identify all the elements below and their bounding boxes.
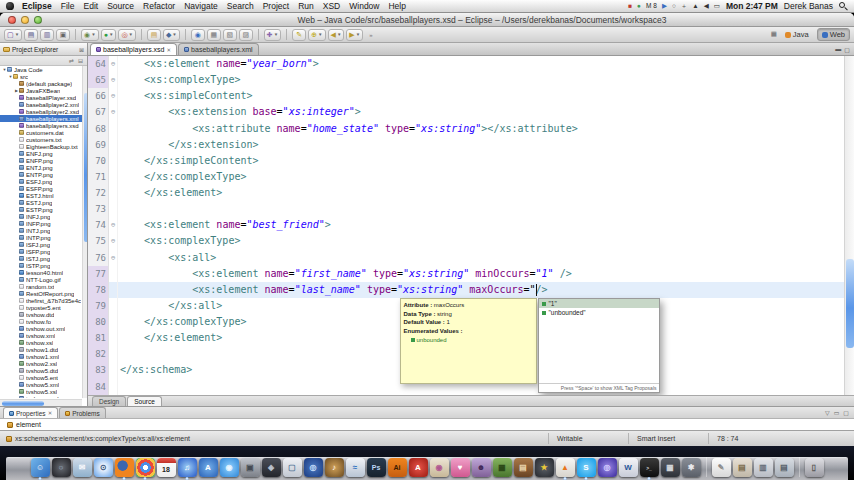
new-button[interactable]: ▢▼	[4, 29, 22, 41]
collapse-all-icon[interactable]: ⊟	[78, 57, 83, 64]
line-number[interactable]: 81	[88, 330, 109, 346]
back-button[interactable]: ◀▼	[328, 29, 345, 41]
open-folder-button[interactable]: ▤	[147, 29, 161, 41]
tree-item-esfj-png[interactable]: ESFJ.png	[0, 178, 82, 185]
itunes-icon[interactable]: ♫	[178, 458, 197, 477]
code-text[interactable]: <xs:simpleContent>	[118, 88, 854, 104]
installer-icon[interactable]: ▤	[733, 458, 752, 477]
tree-item-tvshow-xml[interactable]: tvshow.xml	[0, 332, 82, 339]
web-globe-icon[interactable]: ◎	[598, 458, 617, 477]
tree-item-restofreport-png[interactable]: RestOfReport.png	[0, 290, 82, 297]
line-number[interactable]: 77	[88, 266, 109, 282]
print-button[interactable]: ▣	[56, 29, 70, 41]
tree-item-tvshow5-xsl[interactable]: tvshow5.xsl	[0, 388, 82, 395]
fold-collapse-icon[interactable]: ⊖	[109, 217, 118, 233]
line-number[interactable]: 74	[88, 217, 109, 233]
editor-vscroll-thumb[interactable]	[846, 259, 854, 347]
line-number[interactable]: 78	[88, 282, 109, 298]
line-number[interactable]: 67	[88, 104, 109, 120]
menu-item-source[interactable]: Source	[107, 1, 134, 11]
universal-access-icon[interactable]: ＋	[681, 3, 688, 10]
menu-item-eclipse[interactable]: Eclipse	[22, 1, 52, 11]
skype-icon[interactable]: S	[577, 458, 596, 477]
documents-stack-icon[interactable]: ▥	[754, 458, 773, 477]
save-button[interactable]: ▤	[24, 29, 38, 41]
tree-item-customers-txt[interactable]: customers.txt	[0, 136, 82, 143]
downloads-stack-icon[interactable]: ▤	[775, 458, 794, 477]
toolbar-overflow-icon[interactable]: »	[369, 32, 372, 38]
code-text[interactable]: <xs:all>	[118, 250, 854, 266]
garageband-icon[interactable]: ♪	[325, 458, 344, 477]
tree-item--default-package-[interactable]: (default package)	[0, 80, 82, 87]
spotlight-icon[interactable]	[839, 2, 848, 11]
link-editor-icon[interactable]: ⇄	[69, 57, 74, 64]
tree-item-istj-png[interactable]: ISTJ.png	[0, 255, 82, 262]
fold-collapse-icon[interactable]: ⊖	[109, 88, 118, 104]
tab-properties[interactable]: Properties✕	[3, 407, 58, 418]
tree-item-enfj-png[interactable]: ENFJ.png	[0, 150, 82, 157]
external-tools-button[interactable]: ◆▼	[163, 29, 180, 41]
menu-item-window[interactable]: Window	[349, 1, 379, 11]
tree-item-tvshows-xml[interactable]: tvshows.xml	[0, 395, 82, 398]
tree-item-tvshow5-xml[interactable]: tvshow5.xml	[0, 381, 82, 388]
tree-item-enfp-png[interactable]: ENFP.png	[0, 157, 82, 164]
line-number[interactable]: 76	[88, 250, 109, 266]
tree-item-lesson40-html[interactable]: lesson40.html	[0, 269, 82, 276]
project-explorer-tab[interactable]: Project Explorer ⊠	[0, 43, 87, 56]
editor-tab-baseballplayers-xml[interactable]: baseballplayers.xml	[178, 43, 258, 55]
editor-maximize-icon[interactable]: ▢	[844, 46, 850, 53]
utilities-icon[interactable]: ◈	[262, 458, 281, 477]
trash-icon[interactable]: ▯	[805, 458, 824, 477]
view-menu-icon[interactable]: ▽	[825, 409, 830, 416]
view-maximize-icon[interactable]: ▢	[843, 409, 849, 416]
mail-icon[interactable]: ✉	[73, 458, 92, 477]
sync-status-icon[interactable]: ●	[637, 3, 641, 10]
menu-item-xsd[interactable]: XSD	[323, 1, 340, 11]
line-number[interactable]: 65	[88, 72, 109, 88]
new-xsd-button[interactable]: ✚▼	[264, 29, 281, 41]
tree-item-isfp-png[interactable]: ISFP.png	[0, 248, 82, 255]
tree-item-src[interactable]: ▼src	[0, 73, 82, 80]
editor-vertical-scrollbar[interactable]	[844, 56, 854, 395]
calculator-icon[interactable]: ▦	[661, 458, 680, 477]
menu-item-navigate[interactable]: Navigate	[184, 1, 218, 11]
appstore-icon[interactable]: A	[199, 458, 218, 477]
tree-item-esfp-png[interactable]: ESFP.png	[0, 185, 82, 192]
source-editor[interactable]: 64⊖ <xs:element name="year_born">65⊖ <xs…	[88, 56, 854, 395]
line-number[interactable]: 69	[88, 137, 109, 153]
tree-item-tvposter5-ent[interactable]: tvposter5.ent	[0, 304, 82, 311]
system-preferences-icon[interactable]: ✱	[682, 458, 701, 477]
menu-item-file[interactable]: File	[61, 1, 75, 11]
explorer-close-icon[interactable]: ⊠	[79, 46, 84, 53]
menu-item-edit[interactable]: Edit	[83, 1, 98, 11]
tree-item-tvshow1-xml[interactable]: tvshow1.xml	[0, 353, 82, 360]
tree-item-java-code[interactable]: ▼Java Code	[0, 66, 82, 73]
tree-item-baseballplayer-xsd[interactable]: baseballPlayer.xsd	[0, 94, 82, 101]
safari-icon[interactable]: ⊙	[94, 458, 113, 477]
line-number[interactable]: 75	[88, 233, 109, 249]
tree-item-javafxbean[interactable]: ▶JavaFXBean	[0, 87, 82, 94]
tree-item-tvshow-out-xml[interactable]: tvshow.out.xml	[0, 325, 82, 332]
properties-item-label[interactable]: element	[16, 421, 41, 428]
tree-item-baseballplayers-xml[interactable]: baseballplayers.xml	[0, 115, 82, 122]
fold-collapse-icon[interactable]: ⊖	[109, 72, 118, 88]
input-language-icon[interactable]: M 8	[646, 3, 657, 10]
launchpad-icon[interactable]: ○	[52, 458, 71, 477]
photo-booth-icon[interactable]: ▣	[241, 458, 260, 477]
forward-button[interactable]: ▶▼	[346, 29, 363, 41]
firefox-icon[interactable]	[115, 458, 134, 477]
preview-icon[interactable]: ▢	[283, 458, 302, 477]
gimp-icon[interactable]: ☻	[472, 458, 491, 477]
editor-minimize-icon[interactable]: ▬	[835, 46, 841, 53]
code-text[interactable]	[118, 201, 854, 217]
window-minimize-button[interactable]	[21, 16, 29, 24]
code-text[interactable]: <xs:element name="last_name" type="xs:st…	[118, 282, 854, 298]
code-text[interactable]: <xs:element name="best_friend">	[118, 217, 854, 233]
menubar-user[interactable]: Derek Banas	[784, 1, 833, 11]
code-text[interactable]: </xs:extension>	[118, 137, 854, 153]
mark-occurrences-button[interactable]: ✎	[292, 29, 306, 41]
tree-item-intj-png[interactable]: INTJ.png	[0, 227, 82, 234]
acrobat-icon[interactable]: A	[409, 458, 428, 477]
code-text[interactable]: <xs:attribute name="home_state" type="xs…	[118, 121, 854, 137]
code-text[interactable]: </xs:element>	[118, 185, 854, 201]
